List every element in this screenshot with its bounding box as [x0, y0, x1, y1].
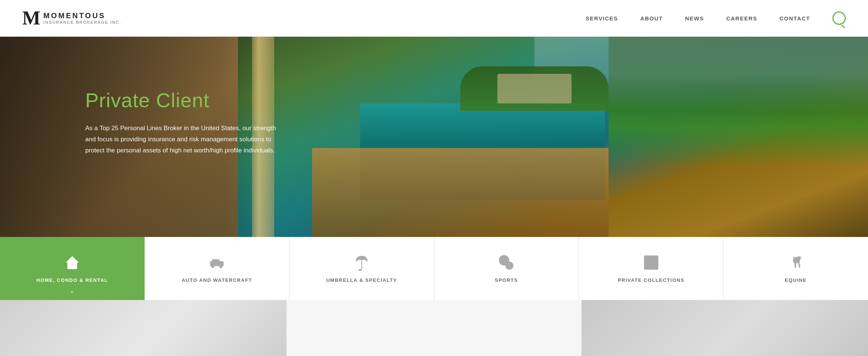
preview-right: [582, 300, 868, 356]
svg-point-6: [212, 266, 213, 267]
category-collections-label: PRIVATE COLLECTIONS: [618, 277, 685, 283]
category-equine-label: EQUINE: [785, 277, 807, 283]
search-button[interactable]: [832, 11, 846, 25]
category-auto[interactable]: AUTO AND WATERCRAFT: [145, 237, 290, 300]
nav-item-contact[interactable]: CONTACT: [779, 15, 810, 22]
horse-icon: [788, 254, 804, 271]
patio-stone: [312, 148, 609, 237]
preview-center: [286, 300, 582, 356]
hero-title: Private Client: [85, 89, 278, 112]
hero-content: Private Client As a Top 25 Personal Line…: [85, 89, 278, 156]
category-auto-label: AUTO AND WATERCRAFT: [182, 277, 252, 283]
outdoor-scene: [238, 37, 868, 237]
bottom-preview: [0, 300, 868, 356]
sports-icon: [498, 254, 514, 271]
svg-rect-9: [216, 260, 218, 261]
category-umbrella[interactable]: UMBRELLA & SPECIALTY: [289, 237, 434, 300]
nav-item-careers[interactable]: CAREERS: [726, 15, 757, 22]
svg-point-16: [798, 257, 799, 258]
nav-item-about[interactable]: ABOUT: [640, 15, 663, 22]
category-sports-label: SPORTS: [495, 277, 518, 283]
logo-text: MOMENTOUS INSURANCE BROKERAGE INC.: [43, 11, 122, 25]
car-icon: [209, 254, 225, 271]
logo-letter: M: [22, 9, 39, 28]
category-collections[interactable]: PRIVATE COLLECTIONS: [579, 237, 724, 300]
category-bar: HOME, CONDO & RENTAL ⌄ AUTO AND WATERCRA…: [0, 237, 868, 300]
search-icon: [832, 11, 846, 25]
category-sports[interactable]: SPORTS: [434, 237, 579, 300]
hero-description: As a Top 25 Personal Lines Broker in the…: [85, 123, 278, 156]
umbrella-icon: [354, 254, 370, 271]
header: M MOMENTOUS INSURANCE BROKERAGE INC. SER…: [0, 0, 868, 37]
svg-point-13: [506, 262, 513, 269]
hero-section: Private Client As a Top 25 Personal Line…: [0, 37, 868, 237]
logo-tagline: INSURANCE BROKERAGE INC.: [43, 20, 122, 25]
main-nav: SERVICES ABOUT NEWS CAREERS CONTACT: [586, 11, 846, 25]
logo[interactable]: M MOMENTOUS INSURANCE BROKERAGE INC.: [22, 9, 122, 28]
svg-rect-8: [212, 260, 215, 261]
category-equine[interactable]: EQUINE: [724, 237, 868, 300]
outdoor-table: [497, 74, 572, 103]
nav-item-services[interactable]: SERVICES: [586, 15, 618, 22]
category-home-label: HOME, CONDO & RENTAL: [36, 277, 108, 283]
frame-icon: [643, 254, 659, 271]
logo-company-name: MOMENTOUS: [43, 11, 122, 20]
nav-item-news[interactable]: NEWS: [685, 15, 704, 22]
category-umbrella-label: UMBRELLA & SPECIALTY: [326, 277, 397, 283]
house-icon: [64, 254, 80, 271]
svg-rect-15: [647, 258, 655, 266]
svg-rect-1: [70, 264, 74, 269]
category-home[interactable]: HOME, CONDO & RENTAL ⌄: [0, 237, 145, 300]
chevron-icon: ⌄: [69, 287, 75, 295]
preview-left: [0, 300, 286, 356]
svg-point-7: [220, 266, 222, 267]
